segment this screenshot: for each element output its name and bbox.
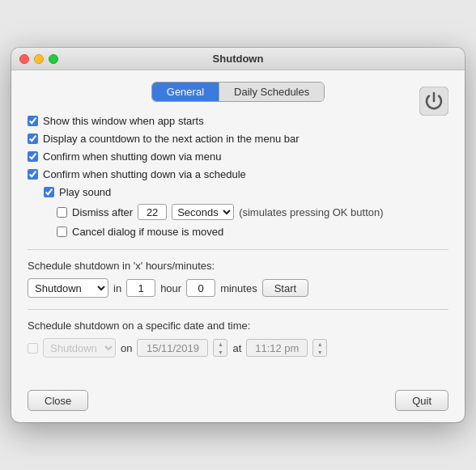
confirm-menu-checkbox[interactable]: [28, 151, 38, 162]
dismiss-after-row: Dismiss after Seconds Minutes (simulates…: [57, 204, 448, 220]
hour-label: hour: [160, 282, 181, 294]
dismiss-after-checkbox[interactable]: [57, 207, 67, 218]
schedule-date-row: Shutdown on ▲ ▼ at ▲ ▼: [28, 338, 448, 358]
main-window: Shutdown General Daily Schedules Show th…: [11, 48, 465, 422]
dismiss-unit-select[interactable]: Seconds Minutes: [172, 204, 234, 220]
play-sound-checkbox[interactable]: [44, 187, 54, 197]
schedule-date-action-select: Shutdown: [43, 338, 116, 358]
checkbox-display-countdown: Display a countdown to the next action i…: [28, 133, 448, 145]
schedule-hours-section: Schedule shutdown in 'x' hours/minutes: …: [28, 260, 448, 298]
close-traffic-light[interactable]: [19, 54, 29, 64]
tab-group: General Daily Schedules: [151, 82, 325, 102]
confirm-schedule-label[interactable]: Confirm when shutting down via a schedul…: [43, 168, 246, 180]
schedule-hours-label: Schedule shutdown in 'x' hours/minutes:: [28, 260, 448, 272]
tab-general[interactable]: General: [152, 83, 219, 101]
cancel-dialog-row: Cancel dialog if mouse is moved: [57, 226, 448, 238]
minimize-traffic-light[interactable]: [34, 54, 44, 64]
minutes-input[interactable]: [186, 279, 215, 297]
show-window-checkbox[interactable]: [28, 116, 38, 126]
start-button[interactable]: Start: [262, 279, 308, 297]
checkbox-confirm-menu: Confirm when shutting down via menu: [28, 150, 448, 163]
checkbox-confirm-schedule: Confirm when shutting down via a schedul…: [28, 168, 448, 180]
checkbox-show-window: Show this window when app starts: [28, 115, 448, 127]
confirm-schedule-checkbox[interactable]: [28, 169, 38, 180]
date-stepper-down[interactable]: ▼: [214, 348, 227, 356]
power-icon: [419, 87, 448, 116]
date-input: [137, 339, 208, 357]
traffic-lights: [19, 54, 58, 64]
display-countdown-checkbox[interactable]: [28, 133, 38, 144]
schedule-hours-action-select[interactable]: Shutdown Restart Sleep: [28, 278, 108, 298]
cancel-dialog-label[interactable]: Cancel dialog if mouse is moved: [72, 226, 223, 238]
show-window-label[interactable]: Show this window when app starts: [43, 115, 204, 127]
bottom-bar: Close Quit: [11, 382, 465, 422]
cancel-dialog-checkbox[interactable]: [57, 227, 67, 237]
date-stepper[interactable]: ▲ ▼: [213, 339, 227, 357]
hours-input[interactable]: [126, 279, 155, 297]
display-countdown-label[interactable]: Display a countdown to the next action i…: [43, 133, 300, 145]
schedule-date-label: Schedule shutdown on a specific date and…: [28, 320, 448, 332]
play-sound-label[interactable]: Play sound: [59, 186, 111, 198]
tab-daily-schedules[interactable]: Daily Schedules: [219, 83, 324, 101]
dismiss-value-input[interactable]: [138, 204, 167, 220]
on-label: on: [121, 342, 132, 354]
time-input: [246, 339, 308, 357]
checkbox-play-sound: Play sound: [44, 186, 448, 198]
time-stepper-up[interactable]: ▲: [313, 340, 326, 348]
checkboxes-section: Show this window when app starts Display…: [28, 115, 448, 238]
minutes-label: minutes: [220, 282, 257, 294]
divider-2: [28, 309, 448, 310]
at-label: at: [232, 342, 241, 354]
date-stepper-up[interactable]: ▲: [214, 340, 227, 348]
maximize-traffic-light[interactable]: [49, 54, 58, 64]
window-title: Shutdown: [213, 53, 264, 65]
in-label: in: [113, 282, 121, 294]
schedule-date-section: Schedule shutdown on a specific date and…: [28, 320, 448, 358]
tab-bar: General Daily Schedules: [28, 82, 448, 102]
time-stepper-down[interactable]: ▼: [313, 348, 326, 356]
close-button[interactable]: Close: [28, 390, 88, 411]
content-area: General Daily Schedules Show this window…: [11, 70, 465, 382]
date-enabled-checkbox[interactable]: [28, 343, 38, 354]
dismiss-after-label[interactable]: Dismiss after: [72, 206, 133, 218]
title-bar: Shutdown: [11, 48, 465, 70]
time-stepper[interactable]: ▲ ▼: [312, 339, 327, 357]
confirm-menu-label[interactable]: Confirm when shutting down via menu: [43, 150, 221, 163]
dismiss-suffix: (simulates pressing OK button): [239, 206, 383, 218]
divider-1: [28, 249, 448, 250]
quit-button[interactable]: Quit: [395, 390, 448, 411]
schedule-hours-row: Shutdown Restart Sleep in hour minutes S…: [28, 278, 448, 298]
